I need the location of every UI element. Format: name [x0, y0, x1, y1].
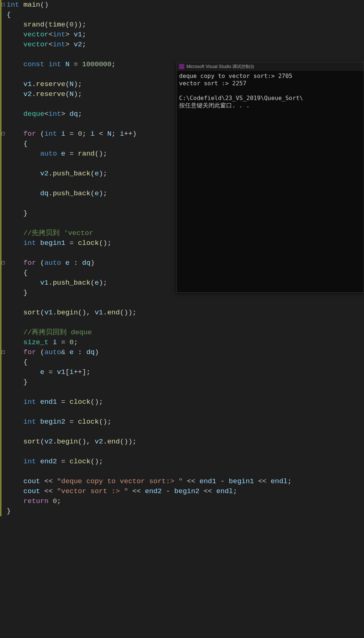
code-line: size_t i = 0;	[7, 338, 364, 347]
code-line: int end1 = clock();	[7, 397, 364, 407]
code-line: cout << "vector sort :> " << end2 - begi…	[7, 486, 364, 496]
code-line	[7, 50, 364, 60]
code-line	[7, 447, 364, 457]
code-line	[7, 407, 364, 417]
code-line: }	[7, 506, 364, 516]
code-line	[7, 298, 364, 308]
code-line: srand(time(0));	[7, 20, 364, 30]
code-line	[7, 427, 364, 437]
code-line: vector<int> v1;	[7, 30, 364, 40]
code-line: {	[7, 10, 364, 20]
fold-icon[interactable]: -	[1, 3, 5, 6]
code-line: e = v1[i++];	[7, 367, 364, 377]
code-line: int end2 = clock();	[7, 457, 364, 467]
code-line	[7, 387, 364, 397]
code-line: cout << "deque copy to vector sort:> " <…	[7, 477, 364, 486]
code-line	[7, 318, 364, 328]
vs-icon	[179, 64, 184, 69]
code-line: - for (auto& e : dq)	[7, 347, 364, 357]
code-line: sort(v1.begin(), v1.end());	[7, 308, 364, 318]
code-line: return 0;	[7, 496, 364, 506]
fold-icon[interactable]: -	[1, 132, 5, 135]
code-line	[7, 467, 364, 477]
debug-console-window[interactable]: Microsoft Visual Studio 调试控制台 deque copy…	[176, 62, 364, 293]
code-line: }	[7, 377, 364, 387]
editor-gutter	[0, 0, 1, 516]
code-line: //再拷贝回到 deque	[7, 328, 364, 338]
fold-icon[interactable]: -	[1, 350, 5, 354]
fold-icon[interactable]: -	[1, 261, 5, 264]
code-line: -int main()	[7, 0, 364, 10]
code-line: vector<int> v2;	[7, 40, 364, 50]
console-titlebar[interactable]: Microsoft Visual Studio 调试控制台	[177, 62, 364, 71]
console-output: deque copy to vector sort:> 2705 vector …	[177, 71, 364, 111]
code-line: int begin2 = clock();	[7, 417, 364, 427]
code-line: sort(v2.begin(), v2.end());	[7, 437, 364, 447]
code-line: {	[7, 357, 364, 367]
console-title-text: Microsoft Visual Studio 调试控制台	[186, 62, 254, 71]
